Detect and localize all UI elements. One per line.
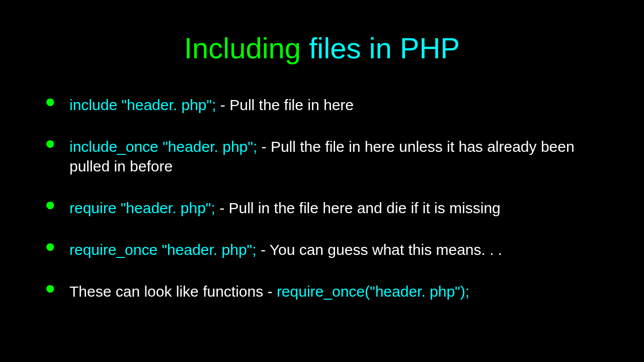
code-snippet: include "header. php"; (69, 97, 220, 113)
slide: Including files in PHP include "header. … (0, 0, 644, 362)
code-snippet: require_once "header. php"; (69, 241, 257, 258)
bullet-text: - You can guess what this means. . . (257, 241, 503, 258)
code-snippet: include_once "header. php"; (69, 138, 262, 155)
bullet-item: include "header. php"; - Pull the file i… (45, 95, 614, 115)
bullet-list: include "header. php"; - Pull the file i… (0, 95, 644, 301)
bullet-item: require_once "header. php"; - You can gu… (45, 240, 614, 259)
slide-title: Including files in PHP (0, 0, 644, 75)
code-snippet: require_once("header. php"); (277, 283, 469, 300)
bullet-item: require "header. php"; - Pull in the fil… (45, 198, 614, 218)
bullet-item: include_once "header. php"; - Pull the f… (45, 137, 614, 176)
bullet-pretext: These can look like functions - (69, 283, 277, 300)
title-part-1: Including (184, 32, 309, 64)
code-snippet: require "header. php"; (69, 200, 215, 216)
bullet-item: These can look like functions - require_… (45, 282, 614, 301)
bullet-text: - Pull in the file here and die if it is… (215, 200, 501, 216)
bullet-text: - Pull the file in here (220, 97, 354, 113)
title-part-2: files in PHP (309, 32, 460, 64)
